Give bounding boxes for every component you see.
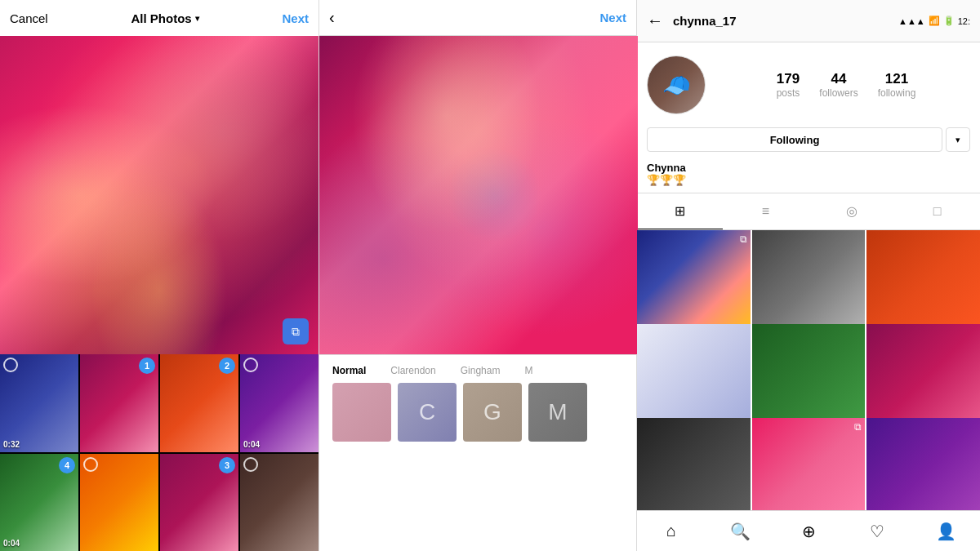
filter-thumb-normal[interactable] [332, 383, 391, 442]
multi-photo-icon: ⧉ [854, 421, 862, 433]
follow-button-row: Following ▾ [637, 127, 980, 162]
editor-header: ‹ Next [319, 0, 636, 36]
photo-picker-panel: Cancel All Photos ▾ Next ⧉ 0:32 1 2 0:04… [0, 0, 318, 551]
tab-tagged-user[interactable]: □ [894, 193, 980, 229]
selection-badge: 2 [219, 358, 235, 374]
photo-overlay [0, 36, 318, 354]
filter-name-gingham[interactable]: Gingham [461, 365, 501, 376]
posts-stat: 179 posts [777, 71, 800, 99]
profile-bio-emoji: 🏆🏆🏆 [647, 174, 970, 186]
thumbnail-item[interactable] [80, 454, 158, 552]
display-name: Chynna [647, 162, 970, 174]
filter-editor-panel: ‹ Next Normal Clarendon Gingham M C G M [318, 0, 637, 551]
battery-icon: 🔋 [943, 16, 955, 26]
video-duration: 0:04 [243, 440, 260, 449]
wifi-icon: 📶 [929, 16, 940, 26]
filter-preview [319, 36, 638, 354]
thumbnail-item[interactable]: 0:04 [240, 354, 318, 452]
selection-badge: 3 [219, 457, 235, 473]
video-duration: 0:04 [3, 539, 20, 548]
profile-info-section: 🧢 179 posts 44 followers 121 following [637, 42, 980, 127]
following-stat[interactable]: 121 following [878, 71, 916, 99]
filter-thumb-clarendon[interactable]: C [398, 383, 457, 442]
preview-overlay [319, 36, 638, 354]
thumbnail-item[interactable]: 4 0:04 [0, 454, 78, 552]
avatar-placeholder: 🧢 [662, 72, 691, 99]
filter-names-row: Normal Clarendon Gingham M [319, 355, 636, 376]
thumbnail-item[interactable]: 3 [160, 454, 238, 552]
back-button[interactable]: ← [647, 11, 663, 30]
profile-header: ← chynna_17 ▲▲▲ 📶 🔋 12: [637, 0, 980, 42]
filter-letter: M [548, 399, 567, 425]
selection-badge: 4 [59, 457, 75, 473]
nav-profile[interactable]: 👤 [911, 511, 980, 551]
picker-header: Cancel All Photos ▾ Next [0, 0, 318, 36]
selection-badge: 1 [139, 358, 155, 374]
filter-letter: C [419, 399, 435, 425]
filter-thumb-moon[interactable]: M [528, 383, 587, 442]
avatar: 🧢 [647, 56, 706, 114]
following-count: 121 [885, 71, 908, 87]
album-selector[interactable]: All Photos ▾ [131, 11, 199, 25]
back-button[interactable]: ‹ [329, 8, 335, 27]
nav-activity[interactable]: ♡ [843, 511, 911, 551]
thumbnail-item[interactable] [240, 454, 318, 552]
posts-label: posts [777, 87, 800, 99]
chevron-down-icon: ▾ [195, 14, 199, 23]
tab-list[interactable]: ≡ [723, 193, 808, 229]
profile-panel: ← chynna_17 ▲▲▲ 📶 🔋 12: 🧢 179 posts 44 f… [637, 0, 980, 551]
following-label: following [878, 87, 916, 99]
filter-thumb-gingham[interactable]: G [463, 383, 522, 442]
nav-add[interactable]: ⊕ [774, 511, 843, 551]
profile-photo[interactable] [637, 418, 751, 510]
thumbnail-item[interactable]: 0:32 [0, 354, 78, 452]
filter-thumbnails: C G M [319, 376, 636, 448]
time-display: 12: [958, 16, 970, 26]
followers-stat[interactable]: 44 followers [819, 71, 858, 99]
status-bar: ▲▲▲ 📶 🔋 12: [898, 16, 970, 26]
profile-tabs: ⊞ ≡ ◎ □ [637, 193, 980, 230]
selection-circle [243, 358, 258, 372]
filter-name-moon[interactable]: M [524, 365, 532, 376]
selection-circle [243, 457, 258, 472]
profile-photo-grid: ⧉ ⧉ [637, 230, 980, 510]
filter-letter: G [483, 399, 501, 425]
bottom-navigation: ⌂ 🔍 ⊕ ♡ 👤 [637, 510, 980, 551]
cancel-button[interactable]: Cancel [10, 11, 48, 25]
album-label: All Photos [131, 11, 192, 25]
multi-photo-icon: ⧉ [740, 233, 747, 245]
thumbnail-item[interactable]: 1 [80, 354, 158, 452]
thumbnail-grid: 0:32 1 2 0:04 4 0:04 3 [0, 354, 318, 551]
profile-photo[interactable]: ⧉ [752, 418, 866, 510]
profile-username: chynna_17 [673, 14, 737, 28]
tab-tagged-location[interactable]: ◎ [808, 193, 894, 229]
followers-count: 44 [831, 71, 847, 87]
signal-icon: ▲▲▲ [898, 16, 925, 26]
thumbnail-item[interactable]: 2 [160, 354, 238, 452]
followers-label: followers [819, 87, 858, 99]
next-button[interactable]: Next [282, 11, 309, 25]
following-button[interactable]: Following [647, 127, 942, 152]
filters-section: Normal Clarendon Gingham M C G M [319, 354, 636, 551]
multi-select-button[interactable]: ⧉ [283, 318, 309, 344]
nav-search[interactable]: 🔍 [706, 511, 774, 551]
posts-count: 179 [777, 71, 800, 87]
filter-name-clarendon[interactable]: Clarendon [390, 365, 435, 376]
tab-grid[interactable]: ⊞ [637, 193, 723, 229]
stats-row: 179 posts 44 followers 121 following [722, 71, 970, 99]
filter-name-normal[interactable]: Normal [332, 365, 366, 376]
profile-photo[interactable] [866, 418, 980, 510]
profile-name-section: Chynna 🏆🏆🏆 [637, 162, 980, 193]
selection-circle [83, 457, 98, 472]
video-duration: 0:32 [3, 440, 20, 449]
nav-home[interactable]: ⌂ [637, 511, 706, 551]
main-photo-preview: ⧉ [0, 36, 318, 354]
selection-circle [3, 358, 18, 372]
next-button[interactable]: Next [599, 11, 626, 24]
following-dropdown-button[interactable]: ▾ [946, 127, 970, 152]
